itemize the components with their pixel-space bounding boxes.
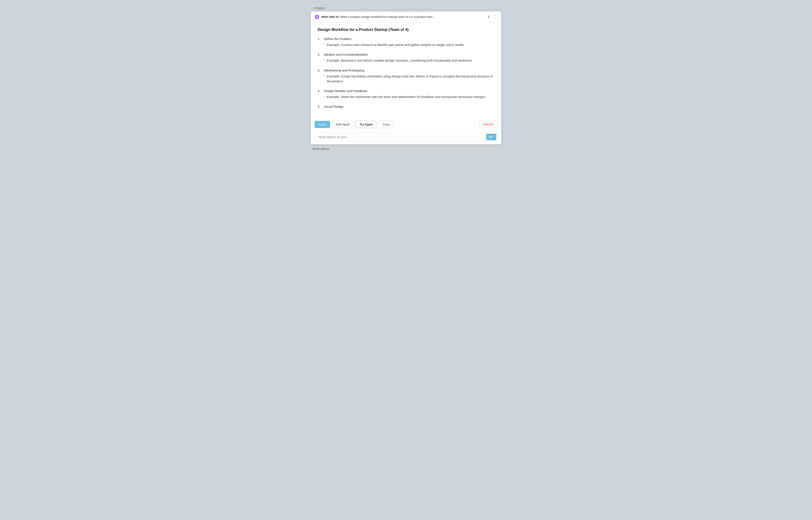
tell-ai-row: ⌘↩ — [311, 131, 501, 144]
list-content: Wireframing and Prototyping: • Example: … — [324, 69, 494, 85]
tell-ai-input[interactable] — [315, 133, 485, 141]
panel-header: Write with AI: Write a compact design wo… — [311, 11, 501, 22]
svg-point-2 — [317, 16, 318, 17]
bullet-dot: • — [324, 74, 325, 84]
list-number: 4. — [318, 89, 322, 93]
list-item: 2. Ideation and Conceptualization: • Exa… — [318, 53, 494, 64]
bullet-list: • Example: Brainstorm and sketch multipl… — [324, 58, 494, 63]
list-heading: Ideation and Conceptualization: — [324, 53, 494, 56]
bullet-item: • Example: Conduct user research to iden… — [324, 42, 494, 47]
list-content: Ideation and Conceptualization: • Exampl… — [324, 53, 494, 64]
tell-ai-send-button[interactable]: ⌘↩ — [486, 134, 496, 140]
ai-icon — [315, 15, 319, 19]
list-number: 3. — [318, 69, 322, 72]
numbered-list: 1. Define the Problem: • Example: Conduc… — [318, 37, 494, 110]
panel-footer: Insert Edit Inputs Try Again Copy Discar… — [311, 118, 501, 131]
list-content: Visual Design: — [324, 105, 494, 110]
bullet-list: • Example: Conduct user research to iden… — [324, 42, 494, 47]
discard-button[interactable]: Discard — [479, 121, 497, 128]
more-options-button[interactable]: ⋮ — [492, 15, 497, 19]
header-actions: ℹ ⋮ — [487, 15, 497, 19]
bullet-list: • Example: Create low-fidelity wireframe… — [324, 74, 494, 84]
bottom-label: /Write with AI — [311, 147, 501, 151]
list-heading: Design Iteration and Feedback: — [324, 89, 494, 93]
list-heading: Define the Problem: — [324, 37, 494, 41]
list-item: 1. Define the Problem: • Example: Conduc… — [318, 37, 494, 48]
list-number: 5. — [318, 105, 322, 108]
list-item: 4. Design Iteration and Feedback: • Exam… — [318, 89, 494, 100]
ai-panel: Write with AI: Write a compact design wo… — [311, 11, 501, 144]
panel-content: Design Workflow for a Product Startup (T… — [311, 22, 501, 118]
bullet-list: • Example: Share the wireframes with the… — [324, 94, 494, 99]
list-item: 3. Wireframing and Prototyping: • Exampl… — [318, 69, 494, 85]
content-title: Design Workflow for a Product Startup (T… — [318, 27, 494, 32]
bullet-item: • Example: Brainstorm and sketch multipl… — [324, 58, 494, 63]
list-heading: Wireframing and Prototyping: — [324, 69, 494, 72]
tell-ai-input-wrapper: ⌘↩ — [315, 133, 497, 141]
edit-inputs-button[interactable]: Edit Inputs — [332, 121, 354, 128]
list-item: 5. Visual Design: — [318, 105, 494, 110]
code-label: </body> — [311, 6, 501, 10]
list-number: 2. — [318, 53, 322, 56]
bullet-dot: • — [324, 43, 325, 47]
info-button[interactable]: ℹ — [487, 15, 490, 19]
header-title: Write with AI: Write a compact design wo… — [321, 15, 485, 19]
try-again-button[interactable]: Try Again — [355, 121, 377, 128]
bullet-dot: • — [324, 95, 325, 99]
list-content: Design Iteration and Feedback: • Example… — [324, 89, 494, 100]
list-heading: Visual Design: — [324, 105, 494, 108]
copy-button[interactable]: Copy — [379, 121, 394, 128]
list-content: Define the Problem: • Example: Conduct u… — [324, 37, 494, 48]
list-number: 1. — [318, 37, 322, 41]
bullet-dot: • — [324, 58, 325, 63]
bullet-item: • Example: Share the wireframes with the… — [324, 94, 494, 99]
bullet-item: • Example: Create low-fidelity wireframe… — [324, 74, 494, 84]
insert-button[interactable]: Insert — [315, 121, 330, 128]
